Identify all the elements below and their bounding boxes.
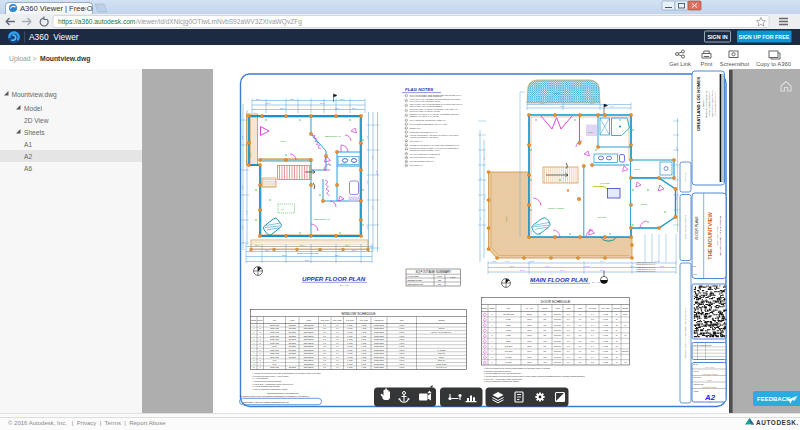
svg-text:12: 12 [253,363,255,365]
svg-text:Top of win. at 7'6": Top of win. at 7'6" [436,366,447,368]
svg-text:10'-4": 10'-4" [375,170,377,175]
svg-text:6'-8 1/2": 6'-8 1/2" [603,325,609,326]
svg-text:Wood/Clad: Wood/Clad [289,336,296,337]
svg-text:Finish: Finish [290,320,294,321]
svg-text:68: 68 [616,362,618,363]
svg-text:Double Hung: Double Hung [270,343,279,344]
svg-text:H 30x46: H 30x46 [399,346,405,347]
svg-text:3'-0 1/2": 3'-0 1/2" [347,353,353,354]
svg-text:Width: Width [567,307,571,309]
svg-text:9: 9 [253,352,254,354]
svg-text:Pine: Pine [544,346,547,347]
svg-text:12'-6": 12'-6" [335,107,340,109]
svg-text:3'-0": 3'-0" [567,335,570,336]
svg-text:11'-2": 11'-2" [520,269,525,271]
svg-text:Finish: Finish [555,308,559,309]
svg-text:4'-0 1/2": 4'-0 1/2" [361,343,367,344]
svg-text:DOOR SCHEDULE: DOOR SCHEDULE [541,300,571,304]
svg-text:Pine: Pine [544,357,547,358]
svg-text:R.O. Height: R.O. Height [602,307,610,309]
svg-text:DECK: DECK [505,215,508,222]
svg-text:Bifold Dual: Bifold Dual [622,351,629,352]
svg-text:Prefin. Pine: Prefin. Pine [554,341,562,342]
svg-text:SECOND FLOOR: SECOND FLOOR [408,279,423,281]
svg-text:7: 7 [406,124,407,125]
svg-text:BAY WINDOW: BAY WINDOW [603,239,614,241]
svg-text:3'-0": 3'-0" [323,367,326,368]
svg-text:BATH: BATH [341,162,347,164]
svg-text:Egress: Egress [439,357,444,358]
svg-text:H 30x46: H 30x46 [399,328,405,329]
svg-text:PREPLAN VERIFY WITH FRAME PERI: PREPLAN VERIFY WITH FRAME PERIMETER WALL… [410,103,463,105]
svg-text:8: 8 [406,128,407,129]
svg-text:14'-0": 14'-0" [590,102,595,104]
svg-text:16"x16" HIGH EFFICIENCY WOOD C: 16"x16" HIGH EFFICIENCY WOOD CONSTRUCTED… [410,95,462,96]
svg-text:68: 68 [616,346,618,347]
svg-text:DH 3P: DH 3P [272,346,276,347]
svg-text:Full Light French: Full Light French [503,313,514,315]
svg-text:12'-6": 12'-6" [335,254,340,256]
svg-text:4'-0": 4'-0" [336,336,339,337]
svg-text:Interior: Interior [527,361,532,363]
svg-text:SHEET:: SHEET: [694,391,700,392]
svg-text:Wood/Clad: Wood/Clad [289,328,296,329]
svg-text:4'-0": 4'-0" [336,346,339,347]
svg-text:H 30x46: H 30x46 [399,360,405,361]
svg-text:14'-0": 14'-0" [610,105,615,107]
svg-text:KITCHEN: KITCHEN [600,182,610,184]
svg-text:PROJECT NO.:: PROJECT NO.: [694,384,705,385]
svg-text:3'-2": 3'-2" [591,341,594,342]
svg-text:16: 16 [406,161,408,162]
svg-text:68: 68 [616,357,618,358]
svg-text:www.greatlandloghomes.com: www.greatlandloghomes.com [714,91,716,116]
svg-text:Double Site: Double Site [438,352,445,354]
svg-text:Weather Shield: Weather Shield [374,335,384,337]
svg-text:LEDGE: LEDGE [553,92,561,94]
svg-text:Interior: Interior [527,324,532,326]
svg-text:NO. DATE DESCRIPTION: NO. DATE DESCRIPTION [694,344,712,346]
svg-text:FLOOR PLANS: FLOOR PLANS [695,216,699,240]
svg-text:3'-0": 3'-0" [567,346,570,347]
svg-text:2: 2 [253,327,254,329]
svg-text:4'-0": 4'-0" [336,339,339,340]
svg-text:GREATLAND LOG HOMES — ALL RIGH: GREATLAND LOG HOMES — ALL RIGHTS RESERVE… [719,215,721,256]
svg-text:DWG: DWG [693,266,696,267]
svg-text:Glass: Glass [307,320,311,321]
svg-text:H 30x46: H 30x46 [399,336,405,337]
svg-text:Wood/Clad: Wood/Clad [289,367,296,368]
svg-text:4'-0 1/2": 4'-0 1/2" [361,339,367,340]
svg-text:COPYRIGHT GREATLAND LOG HOMES: COPYRIGHT GREATLAND LOG HOMES — DO NOT D… [684,307,686,358]
svg-text:3'-0": 3'-0" [323,328,326,329]
svg-text:11'-2": 11'-2" [530,260,535,262]
svg-text:5. Trim 1-5/8" — approximate: 5. Trim 1-5/8" — approximately 3x250" do… [484,378,523,380]
svg-text:Interior: Interior [527,329,532,331]
svg-text:3'-0 1/2": 3'-0 1/2" [347,364,353,365]
svg-text:4'-0 1/2": 4'-0 1/2" [361,360,367,361]
svg-text:3'-0 1/2": 3'-0 1/2" [347,350,353,351]
svg-text:9: 9 [406,132,407,133]
svg-text:4'-0": 4'-0" [336,367,339,368]
svg-text:7: 7 [253,345,254,347]
svg-text:GREAT ROOM: GREAT ROOM [548,207,564,210]
svg-text:Pine: Pine [544,319,547,320]
svg-text:Wood/Clad: Wood/Clad [289,343,296,344]
svg-text:Double Hung: Double Hung [270,325,279,326]
svg-text:3'-0": 3'-0" [567,330,570,331]
svg-text:Weather Shield: Weather Shield [374,338,384,340]
svg-text:3'-2": 3'-2" [591,330,594,331]
svg-text:6 Panel: 6 Panel [506,330,512,331]
svg-text:Insul/LowE Typ.: Insul/LowE Typ. [304,346,315,347]
svg-text:"Building Dreams is Our Bu: "Building Dreams is Our Business" [267,392,299,394]
svg-text:4'-0 1/2": 4'-0 1/2" [361,332,367,333]
svg-text:12'-6": 12'-6" [340,98,345,100]
svg-text:4'-0": 4'-0" [336,353,339,354]
svg-text:UTILITY: UTILITY [634,168,642,170]
svg-text:12'-6": 12'-6" [320,102,325,104]
svg-text:Prefin. Pine: Prefin. Pine [554,325,562,326]
svg-text:Insul/LowE Typ.: Insul/LowE Typ. [304,325,315,326]
svg-text:H 30x46: H 30x46 [399,357,405,358]
svg-text:16"x16" HIGH EFFICIENCY WOOD C: 16"x16" HIGH EFFICIENCY WOOD CONSTRUCT [410,96,442,97]
svg-text:Fixed: Fixed [273,360,277,361]
svg-text:Weather Shield: Weather Shield [374,363,384,365]
svg-text:Int. — Ext.: Int. — Ext. [526,307,534,309]
